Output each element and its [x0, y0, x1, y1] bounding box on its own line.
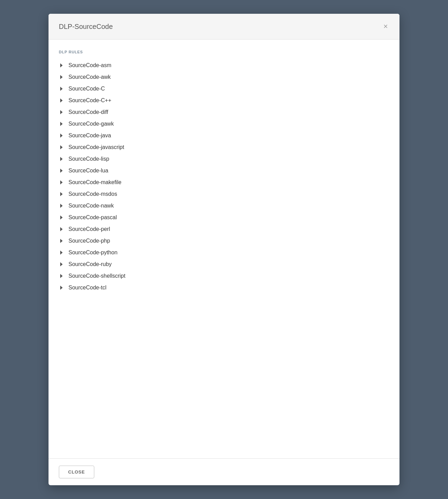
- rule-name: SourceCode-javascript: [68, 144, 124, 150]
- rule-name: SourceCode-python: [68, 250, 117, 256]
- chevron-right-icon: [59, 250, 64, 255]
- svg-marker-2: [60, 87, 63, 91]
- rule-name: SourceCode-tcl: [68, 285, 106, 291]
- list-item[interactable]: SourceCode-gawk: [59, 118, 389, 130]
- list-item[interactable]: SourceCode-lisp: [59, 153, 389, 165]
- section-label: DLP RULES: [59, 50, 389, 54]
- svg-marker-0: [60, 63, 63, 67]
- rule-name: SourceCode-php: [68, 238, 110, 244]
- chevron-right-icon: [59, 285, 64, 290]
- list-item[interactable]: SourceCode-php: [59, 235, 389, 247]
- svg-marker-14: [60, 227, 63, 231]
- svg-marker-4: [60, 110, 63, 114]
- rule-name: SourceCode-shellscript: [68, 273, 125, 279]
- list-item[interactable]: SourceCode-nawk: [59, 200, 389, 212]
- rule-name: SourceCode-C++: [68, 97, 111, 104]
- svg-marker-7: [60, 145, 63, 149]
- chevron-right-icon: [59, 75, 64, 79]
- svg-marker-3: [60, 98, 63, 103]
- list-item[interactable]: SourceCode-awk: [59, 71, 389, 83]
- close-x-icon: ×: [383, 23, 388, 30]
- svg-marker-19: [60, 286, 63, 290]
- list-item[interactable]: SourceCode-asm: [59, 60, 389, 71]
- modal-footer: CLOSE: [49, 458, 399, 485]
- svg-marker-12: [60, 204, 63, 208]
- list-item[interactable]: SourceCode-shellscript: [59, 270, 389, 282]
- rule-name: SourceCode-ruby: [68, 261, 111, 267]
- svg-marker-15: [60, 239, 63, 243]
- rule-name: SourceCode-makefile: [68, 179, 121, 185]
- modal-title: DLP-SourceCode: [59, 23, 113, 31]
- svg-marker-17: [60, 262, 63, 266]
- modal-dialog: DLP-SourceCode × DLP RULES SourceCode-as…: [49, 14, 399, 485]
- list-item[interactable]: SourceCode-java: [59, 130, 389, 141]
- list-item[interactable]: SourceCode-perl: [59, 223, 389, 235]
- list-item[interactable]: SourceCode-pascal: [59, 212, 389, 223]
- chevron-right-icon: [59, 121, 64, 126]
- chevron-right-icon: [59, 238, 64, 243]
- rule-name: SourceCode-pascal: [68, 214, 117, 221]
- chevron-right-icon: [59, 203, 64, 208]
- chevron-right-icon: [59, 145, 64, 150]
- chevron-right-icon: [59, 98, 64, 103]
- chevron-right-icon: [59, 262, 64, 267]
- list-item[interactable]: SourceCode-C++: [59, 95, 389, 106]
- chevron-right-icon: [59, 215, 64, 220]
- svg-marker-1: [60, 75, 63, 79]
- svg-marker-16: [60, 251, 63, 255]
- list-item[interactable]: SourceCode-makefile: [59, 177, 389, 188]
- chevron-right-icon: [59, 63, 64, 68]
- close-button[interactable]: CLOSE: [59, 466, 94, 478]
- list-item[interactable]: SourceCode-tcl: [59, 282, 389, 294]
- list-item[interactable]: SourceCode-C: [59, 83, 389, 95]
- chevron-right-icon: [59, 274, 64, 278]
- list-item[interactable]: SourceCode-ruby: [59, 258, 389, 270]
- chevron-right-icon: [59, 192, 64, 197]
- rule-name: SourceCode-gawk: [68, 121, 114, 127]
- list-item[interactable]: SourceCode-diff: [59, 106, 389, 118]
- modal-body: DLP RULES SourceCode-asmSourceCode-awkSo…: [49, 40, 399, 458]
- list-item[interactable]: SourceCode-python: [59, 247, 389, 258]
- list-item[interactable]: SourceCode-lua: [59, 165, 389, 177]
- modal-overlay: DLP-SourceCode × DLP RULES SourceCode-as…: [0, 0, 448, 499]
- chevron-right-icon: [59, 110, 64, 115]
- rule-name: SourceCode-diff: [68, 109, 108, 115]
- modal-header: DLP-SourceCode ×: [49, 14, 399, 40]
- svg-marker-5: [60, 122, 63, 126]
- rule-name: SourceCode-awk: [68, 74, 111, 80]
- rule-name: SourceCode-lisp: [68, 156, 109, 162]
- svg-marker-18: [60, 274, 63, 278]
- rules-list: SourceCode-asmSourceCode-awkSourceCode-C…: [59, 60, 389, 294]
- close-x-button[interactable]: ×: [382, 21, 389, 32]
- chevron-right-icon: [59, 227, 64, 232]
- chevron-right-icon: [59, 133, 64, 138]
- list-item[interactable]: SourceCode-msdos: [59, 188, 389, 200]
- svg-marker-6: [60, 134, 63, 138]
- list-item[interactable]: SourceCode-javascript: [59, 141, 389, 153]
- rule-name: SourceCode-nawk: [68, 203, 114, 209]
- rule-name: SourceCode-perl: [68, 226, 110, 232]
- chevron-right-icon: [59, 168, 64, 173]
- chevron-right-icon: [59, 157, 64, 161]
- chevron-right-icon: [59, 180, 64, 185]
- svg-marker-10: [60, 180, 63, 184]
- rule-name: SourceCode-java: [68, 132, 111, 139]
- svg-marker-9: [60, 169, 63, 173]
- rule-name: SourceCode-C: [68, 86, 105, 92]
- svg-marker-11: [60, 192, 63, 196]
- svg-marker-13: [60, 215, 63, 220]
- rule-name: SourceCode-msdos: [68, 191, 117, 197]
- rule-name: SourceCode-asm: [68, 62, 111, 68]
- svg-marker-8: [60, 157, 63, 161]
- chevron-right-icon: [59, 86, 64, 91]
- rule-name: SourceCode-lua: [68, 168, 108, 174]
